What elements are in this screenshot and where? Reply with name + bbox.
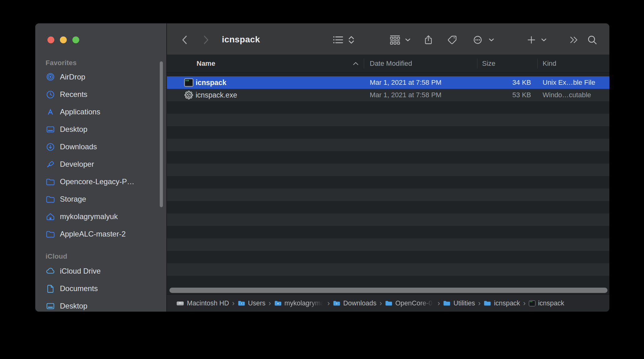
sidebar-item-opencore-legacy[interactable]: Opencore-Legacy-P… — [41, 175, 158, 189]
view-sort-chevrons-icon[interactable] — [348, 35, 355, 45]
sidebar-item-desktop[interactable]: Desktop — [41, 122, 158, 136]
sidebar-item-developer[interactable]: Developer — [41, 157, 158, 171]
column-divider[interactable] — [364, 59, 364, 69]
sidebar-item-label: AirDrop — [60, 73, 85, 81]
zoom-button[interactable] — [72, 36, 79, 43]
sidebar-item-applications[interactable]: Applications — [41, 105, 158, 119]
breadcrumb-separator: › — [478, 299, 481, 308]
list-view-icon[interactable] — [333, 36, 344, 44]
forward-button[interactable] — [202, 35, 210, 45]
breadcrumb-users[interactable]: Users — [238, 299, 266, 307]
horizontal-scrollbar[interactable] — [169, 288, 607, 293]
chevron-down-icon[interactable] — [541, 38, 547, 42]
chevron-down-icon[interactable] — [489, 38, 494, 42]
windows-executable-gear-icon — [184, 90, 193, 100]
breadcrumb-macintosh-hd[interactable]: Macintosh HD — [176, 299, 229, 307]
path-bar: Macintosh HD › Users › — [167, 294, 609, 312]
column-header-size[interactable]: Size — [482, 60, 495, 68]
breadcrumb-label: mykolagryma — [285, 299, 324, 307]
breadcrumb-label: Users — [248, 299, 266, 307]
favorites-section-label: Favorites — [46, 59, 77, 67]
folder-icon — [46, 177, 55, 187]
group-view-icon[interactable] — [389, 35, 401, 45]
breadcrumb-label: Macintosh HD — [187, 299, 229, 307]
finder-window: Favorites AirDrop Recents Applications D… — [35, 23, 609, 312]
breadcrumb-label: Downloads — [343, 299, 376, 307]
sidebar-item-documents[interactable]: Documents — [41, 282, 158, 295]
sidebar-scrollbar[interactable] — [160, 61, 163, 207]
breadcrumb-separator: › — [269, 299, 271, 308]
folder-icon — [46, 194, 55, 204]
file-date-modified: Mar 1, 2021 at 7:58 PM — [370, 91, 442, 99]
column-divider[interactable] — [537, 59, 538, 69]
clock-icon — [46, 90, 55, 99]
file-kind: Windo…cutable — [543, 91, 591, 99]
file-size: 34 KB — [477, 79, 531, 87]
sidebar-item-home[interactable]: mykolagrymalyuk — [41, 210, 158, 223]
folder-icon — [484, 299, 491, 307]
sidebar-item-applealc[interactable]: AppleALC-master-2 — [41, 227, 158, 241]
file-name: icnspack — [196, 79, 226, 87]
folder-icon — [46, 229, 55, 239]
alternating-row-stripes — [167, 101, 609, 276]
download-circle-icon — [46, 142, 55, 152]
sidebar-item-label: AppleALC-master-2 — [60, 230, 126, 238]
folder-icon — [443, 299, 451, 307]
document-icon — [46, 284, 55, 294]
search-icon[interactable] — [587, 35, 598, 45]
column-divider[interactable] — [477, 59, 477, 69]
sidebar-item-downloads[interactable]: Downloads — [41, 140, 158, 154]
breadcrumb-label: icnspack — [494, 299, 520, 307]
sidebar-item-label: Storage — [60, 195, 86, 203]
close-button[interactable] — [47, 36, 54, 43]
list-column-header: Name Date Modified Size Kind — [167, 55, 609, 73]
sort-ascending-icon[interactable] — [353, 62, 359, 65]
sidebar-item-label: Desktop — [60, 302, 87, 310]
terminal-icon — [529, 300, 535, 306]
sidebar-item-icloud-desktop[interactable]: Desktop — [41, 299, 158, 312]
breadcrumb-label: Utilities — [453, 299, 475, 307]
folder-icon — [385, 299, 393, 307]
breadcrumb-separator: › — [379, 299, 382, 308]
column-header-name[interactable]: Name — [197, 60, 215, 68]
breadcrumb-icnspack-file[interactable]: icnspack — [529, 299, 564, 307]
more-options-icon[interactable] — [472, 35, 483, 45]
file-size: 53 KB — [477, 91, 531, 99]
sidebar-item-label: Applications — [60, 108, 100, 116]
chevron-down-icon[interactable] — [405, 38, 411, 42]
share-icon[interactable] — [423, 35, 434, 45]
cloud-icon — [46, 266, 55, 276]
breadcrumb-opencore[interactable]: OpenCore-0- — [385, 299, 434, 307]
toolbar-overflow-icon[interactable] — [569, 35, 579, 45]
sidebar-item-label: Recents — [60, 90, 87, 99]
breadcrumb-downloads[interactable]: Downloads — [333, 299, 376, 307]
hammer-icon — [46, 160, 55, 169]
breadcrumb-label: icnspack — [538, 299, 564, 307]
icloud-section-label: iCloud — [46, 252, 67, 261]
column-header-date-modified[interactable]: Date Modified — [370, 60, 412, 68]
minimize-button[interactable] — [60, 36, 67, 43]
sidebar-item-label: Desktop — [60, 125, 87, 134]
column-header-kind[interactable]: Kind — [543, 60, 556, 68]
sidebar: Favorites AirDrop Recents Applications D… — [35, 23, 166, 312]
sidebar-item-label: Developer — [60, 160, 94, 169]
back-button[interactable] — [181, 35, 188, 45]
hard-drive-icon — [176, 299, 184, 307]
file-row-icnspack-exe[interactable]: icnspack.exe Mar 1, 2021 at 7:58 PM 53 K… — [167, 89, 609, 101]
sidebar-item-storage[interactable]: Storage — [41, 192, 158, 206]
breadcrumb-utilities[interactable]: Utilities — [443, 299, 475, 307]
sidebar-item-recents[interactable]: Recents — [41, 88, 158, 101]
window-controls — [47, 36, 79, 43]
add-icon[interactable] — [527, 35, 536, 45]
file-row-icnspack[interactable]: icnspack Mar 1, 2021 at 7:58 PM 34 KB Un… — [167, 76, 609, 89]
tag-icon[interactable] — [447, 35, 457, 45]
unix-executable-icon — [184, 79, 193, 87]
sidebar-item-icloud-drive[interactable]: iCloud Drive — [41, 264, 158, 278]
file-name: icnspack.exe — [196, 91, 237, 99]
breadcrumb-home-folder[interactable]: mykolagryma — [274, 299, 324, 307]
desktop-icon — [46, 125, 55, 134]
breadcrumb-icnspack-folder[interactable]: icnspack — [484, 299, 520, 307]
breadcrumb-separator: › — [438, 299, 440, 308]
sidebar-item-airdrop[interactable]: AirDrop — [41, 70, 158, 84]
home-icon — [46, 212, 55, 222]
